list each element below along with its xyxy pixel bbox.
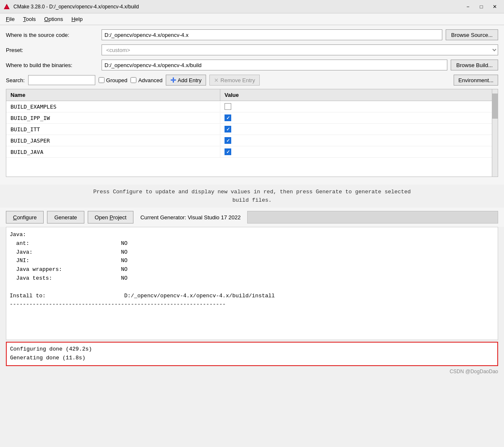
row-name: BUILD_JASPER (6, 135, 220, 146)
generator-extra (247, 211, 498, 224)
advanced-checkbox-label[interactable]: Advanced (131, 77, 162, 83)
row-checkbox[interactable] (225, 148, 231, 155)
output-line: Java: NO (10, 249, 128, 255)
output-line: ant: NO (10, 240, 128, 247)
table-row[interactable]: BUILD_IPP_IW (6, 112, 498, 124)
advanced-checkbox[interactable] (131, 77, 136, 83)
watermark: CSDN @DogDaoDao (0, 368, 504, 375)
browse-build-button[interactable]: Browse Build... (451, 60, 498, 70)
build-label: Where to build the binaries: (6, 62, 98, 68)
row-value[interactable] (220, 112, 498, 123)
advanced-label: Advanced (138, 77, 162, 83)
table-header: Name Value (6, 89, 498, 101)
maximize-button[interactable]: □ (475, 3, 487, 11)
col-name-header: Name (6, 89, 220, 101)
table-row[interactable]: BUILD_EXAMPLES (6, 101, 498, 112)
remove-icon: ✕ (214, 77, 219, 83)
menubar: File Tools Options Help (0, 13, 504, 25)
configure-button[interactable]: Configure (6, 211, 44, 224)
grouped-label: Grouped (106, 77, 128, 83)
output-line: Java tests: NO (10, 275, 128, 281)
cmake-table: Name Value BUILD_EXAMPLES BUILD_IPP_IW B… (6, 89, 498, 177)
toolbar-row: Search: Grouped Advanced ✛ Add Entry ✕ R… (6, 75, 498, 86)
output-area[interactable]: Java: ant: NO Java: NO JNI: NO Java wrap… (6, 227, 498, 340)
remove-entry-label: Remove Entry (220, 77, 255, 83)
row-checkbox[interactable] (225, 126, 231, 133)
configuring-done: Configuring done (429.2s) (10, 345, 494, 354)
browse-source-button[interactable]: Browse Source... (446, 29, 498, 40)
output-line: JNI: NO (10, 257, 128, 264)
row-value[interactable] (220, 135, 498, 146)
search-label: Search: (6, 77, 25, 83)
add-icon: ✛ (170, 76, 176, 84)
menu-options[interactable]: Options (40, 15, 67, 23)
output-separator: ----------------------------------------… (10, 301, 226, 307)
grouped-checkbox-label[interactable]: Grouped (99, 77, 128, 83)
build-input[interactable] (102, 60, 447, 70)
menu-help[interactable]: Help (67, 15, 87, 23)
row-name: BUILD_ITT (6, 124, 220, 135)
generate-button[interactable]: Generate (47, 211, 84, 224)
highlighted-output: Configuring done (429.2s) Generating don… (6, 342, 498, 366)
col-value-header: Value (220, 89, 498, 101)
row-checkbox[interactable] (225, 114, 231, 121)
bottom-toolbar: Configure Generate Open Project Current … (0, 208, 504, 227)
row-value[interactable] (220, 146, 498, 157)
row-name: BUILD_EXAMPLES (6, 101, 220, 112)
minimize-button[interactable]: − (462, 3, 474, 11)
menu-tools[interactable]: Tools (19, 15, 40, 23)
add-entry-button[interactable]: ✛ Add Entry (166, 75, 206, 86)
scrollbar-thumb[interactable] (492, 94, 498, 119)
row-checkbox[interactable] (225, 103, 231, 110)
status-line1: Press Configure to update and display ne… (93, 189, 411, 195)
window-title: CMake 3.28.0 - D:/_opencv/opencv-4.x/ope… (13, 4, 139, 10)
table-scrollbar[interactable] (492, 89, 498, 177)
table-row[interactable]: BUILD_ITT (6, 124, 498, 135)
environment-button[interactable]: Environment... (454, 75, 498, 86)
menu-file[interactable]: File (2, 15, 19, 23)
source-input[interactable] (102, 29, 442, 40)
search-input[interactable] (28, 75, 95, 85)
source-row: Where is the source code: Browse Source.… (6, 29, 498, 40)
build-row: Where to build the binaries: Browse Buil… (6, 60, 498, 70)
generating-done: Generating done (11.8s) (10, 354, 494, 363)
source-label: Where is the source code: (6, 32, 98, 38)
titlebar: CMake 3.28.0 - D:/_opencv/opencv-4.x/ope… (0, 0, 504, 13)
preset-label: Preset: (6, 47, 98, 53)
row-value[interactable] (220, 101, 498, 112)
output-line: Install to: D:/_opencv/opencv-4.x/opencv… (10, 293, 275, 299)
row-name: BUILD_IPP_IW (6, 113, 220, 123)
cmake-icon (3, 3, 10, 10)
titlebar-controls: − □ ✕ (462, 3, 501, 11)
table-row[interactable]: BUILD_JAVA (6, 146, 498, 158)
titlebar-left: CMake 3.28.0 - D:/_opencv/opencv-4.x/ope… (3, 3, 139, 10)
remove-entry-button[interactable]: ✕ Remove Entry (209, 75, 259, 86)
add-entry-label: Add Entry (178, 77, 201, 83)
status-text: Press Configure to update and display ne… (0, 185, 504, 208)
close-button[interactable]: ✕ (489, 3, 501, 11)
status-line2: build files. (232, 197, 272, 203)
row-checkbox[interactable] (225, 137, 231, 144)
watermark-text: CSDN @DogDaoDao (449, 369, 498, 374)
row-value[interactable] (220, 124, 498, 135)
preset-row: Preset: <custom> (6, 44, 498, 55)
output-line: Java: (10, 231, 26, 238)
open-project-button[interactable]: Open Project (88, 211, 134, 224)
main-content: Where is the source code: Browse Source.… (0, 25, 504, 185)
output-line: Java wrappers: NO (10, 266, 128, 273)
preset-select[interactable]: <custom> (102, 44, 498, 55)
generator-label: Current Generator: Visual Studio 17 2022 (137, 213, 244, 222)
table-row[interactable]: BUILD_JASPER (6, 135, 498, 146)
grouped-checkbox[interactable] (99, 77, 104, 83)
row-name: BUILD_JAVA (6, 147, 220, 157)
